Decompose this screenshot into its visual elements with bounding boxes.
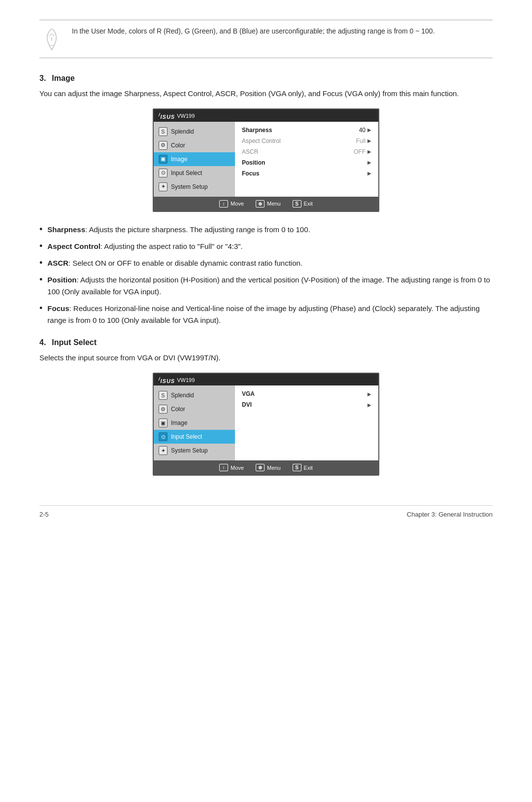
move-icon-1: ↕ — [219, 200, 228, 208]
row-position: Position ▶ — [242, 157, 371, 168]
footer-exit-2: S Exit — [293, 464, 313, 471]
system-label-1: System Setup — [171, 183, 208, 190]
exit-label-1: Exit — [304, 201, 313, 207]
menu-sidebar-2: S Splendid ⚙ Color ▣ Image ⊙ Input Selec… — [154, 385, 235, 460]
bullet-dot-4: • — [39, 275, 42, 284]
page-number: 2-5 — [39, 511, 49, 518]
monitor-body-1: S Splendid ⚙ Color ▣ Image ⊙ Input Selec… — [154, 122, 378, 197]
section-4: 4.Input Select Selects the input source … — [39, 338, 493, 476]
section-3: 3.Image You can adjust the image Sharpne… — [39, 74, 493, 326]
color-label-1: Color — [171, 142, 185, 149]
bullets-section-3: • Sharpness: Adjusts the picture sharpne… — [39, 224, 493, 326]
bullet-text-3: ASCR: Select ON or OFF to enable or disa… — [47, 257, 302, 269]
bullet-focus: • Focus: Reduces Horizonal-line noise an… — [39, 303, 493, 326]
menu-item-splendid-2[interactable]: S Splendid — [154, 388, 235, 402]
menu-item-image-2[interactable]: ▣ Image — [154, 416, 235, 430]
section-4-heading: 4.Input Select — [39, 338, 493, 347]
monitor-body-2: S Splendid ⚙ Color ▣ Image ⊙ Input Selec… — [154, 385, 378, 460]
vga-label: VGA — [242, 390, 255, 397]
image-icon-2: ▣ — [159, 418, 167, 427]
bullet-dot-5: • — [39, 304, 42, 313]
exit-icon-2: S — [293, 464, 301, 471]
input-icon-2: ⊙ — [159, 432, 167, 441]
ascr-label: ASCR — [242, 148, 258, 155]
focus-value: ▶ — [367, 171, 371, 176]
menu-item-color-2[interactable]: ⚙ Color — [154, 402, 235, 416]
exit-label-2: Exit — [304, 465, 313, 471]
system-icon-2: ✦ — [159, 446, 167, 455]
menu-icon-1: ⊕ — [256, 200, 265, 208]
position-label: Position — [242, 159, 265, 166]
splendid-label-2: Splendid — [171, 392, 194, 399]
monitor-model-1: VW199 — [177, 113, 195, 119]
aspect-value: Full ▶ — [356, 138, 371, 144]
sharpness-value: 40 ▶ — [359, 127, 371, 134]
monitor-model-2: VW199 — [177, 377, 195, 383]
position-value: ▶ — [367, 160, 371, 165]
dvi-label: DVI — [242, 401, 252, 408]
monitor-footer-2: ↕ Move ⊕ Menu S Exit — [154, 460, 378, 475]
menu-item-input-1[interactable]: ⊙ Input Select — [154, 166, 235, 180]
image-label-2: Image — [171, 419, 187, 426]
page-footer: 2-5 Chapter 3: General Instruction — [39, 505, 493, 518]
section-4-intro: Selects the input source from VGA or DVI… — [39, 352, 493, 364]
section-3-intro: You can adjust the image Sharpness, Aspe… — [39, 88, 493, 100]
bullet-text-1: Sharpness: Adjusts the picture sharpness… — [47, 224, 310, 236]
color-icon-1: ⚙ — [159, 141, 167, 150]
input-label-2: Input Select — [171, 433, 202, 440]
chapter-label: Chapter 3: General Instruction — [407, 511, 493, 518]
exit-icon-1: S — [293, 200, 301, 208]
menu-sidebar-1: S Splendid ⚙ Color ▣ Image ⊙ Input Selec… — [154, 122, 235, 197]
input-label-1: Input Select — [171, 170, 202, 176]
note-icon — [39, 26, 64, 52]
footer-exit-1: S Exit — [293, 200, 313, 208]
monitor-header-1: /ISUS VW199 — [154, 109, 378, 122]
image-icon-1: ▣ — [159, 155, 167, 164]
color-icon-2: ⚙ — [159, 405, 167, 414]
ascr-value: OFF ▶ — [354, 148, 371, 155]
bullet-position: • Position: Adjusts the horizontal posit… — [39, 274, 493, 298]
monitor-footer-1: ↕ Move ⊕ Menu S Exit — [154, 197, 378, 211]
menu-item-image-1[interactable]: ▣ Image — [154, 152, 235, 166]
splendid-label-1: Splendid — [171, 128, 194, 135]
footer-move-1: ↕ Move — [219, 200, 244, 208]
footer-move-2: ↕ Move — [219, 464, 244, 471]
note-text: In the User Mode, colors of R (Red), G (… — [72, 26, 435, 36]
menu-item-input-2[interactable]: ⊙ Input Select — [154, 430, 235, 444]
bullet-text-4: Position: Adjusts the horizontal positio… — [47, 274, 493, 298]
move-label-2: Move — [231, 465, 244, 471]
splendid-icon-1: S — [159, 127, 167, 136]
menu-content-1: Sharpness 40 ▶ Aspect Control Full ▶ ASC… — [235, 122, 378, 197]
footer-menu-2: ⊕ Menu — [256, 464, 281, 471]
focus-label: Focus — [242, 170, 259, 177]
menu-item-system-2[interactable]: ✦ System Setup — [154, 444, 235, 457]
bullet-text-2: Aspect Control: Adjusting the aspect rat… — [47, 241, 242, 252]
monitor-brand-1: /ISUS — [159, 112, 175, 120]
bullet-sharpness: • Sharpness: Adjusts the picture sharpne… — [39, 224, 493, 236]
row-aspect: Aspect Control Full ▶ — [242, 136, 371, 146]
menu-item-splendid-1[interactable]: S Splendid — [154, 125, 235, 139]
menu-icon-2: ⊕ — [256, 464, 265, 471]
bullet-dot-3: • — [39, 258, 42, 267]
menu-item-system-1[interactable]: ✦ System Setup — [154, 180, 235, 194]
system-label-2: System Setup — [171, 447, 208, 454]
sharpness-label: Sharpness — [242, 127, 272, 134]
color-label-2: Color — [171, 406, 185, 413]
input-icon-1: ⊙ — [159, 169, 167, 177]
menu-item-color-1[interactable]: ⚙ Color — [154, 139, 235, 152]
menu-label-2: Menu — [267, 465, 281, 471]
aspect-label: Aspect Control — [242, 138, 281, 144]
monitor-header-2: /ISUS VW199 — [154, 374, 378, 386]
footer-menu-1: ⊕ Menu — [256, 200, 281, 208]
monitor-ui-image: /ISUS VW199 S Splendid ⚙ Color ▣ Image ⊙ — [153, 108, 379, 212]
system-icon-1: ✦ — [159, 182, 167, 191]
menu-label-1: Menu — [267, 201, 281, 207]
bullet-text-5: Focus: Reduces Horizonal-line noise and … — [47, 303, 493, 326]
bullet-dot-1: • — [39, 225, 42, 234]
move-label-1: Move — [231, 201, 244, 207]
row-ascr: ASCR OFF ▶ — [242, 146, 371, 157]
monitor-brand-2: /ISUS — [159, 377, 175, 384]
monitor-ui-input: /ISUS VW199 S Splendid ⚙ Color ▣ Image ⊙ — [153, 373, 379, 476]
vga-value: ▶ — [367, 391, 371, 397]
menu-content-2: VGA ▶ DVI ▶ — [235, 385, 378, 460]
